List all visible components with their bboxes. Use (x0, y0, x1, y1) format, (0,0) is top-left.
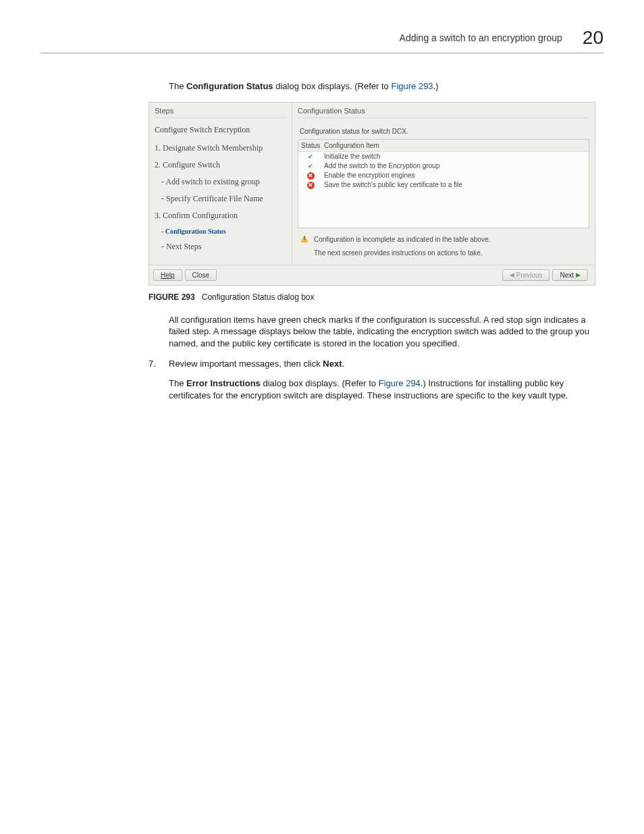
step-number: 7. (149, 359, 159, 369)
paragraph: All configuration items have green check… (169, 314, 603, 350)
chapter-number: 20 (583, 27, 603, 49)
next-button[interactable]: Next▶ (552, 269, 588, 281)
status-table: Status Configuration Item ✔ Initialize t… (298, 139, 589, 228)
warning-row: Configuration is incomplete as indicated… (298, 232, 589, 259)
steps-column-title: Steps (155, 107, 286, 118)
status-header-status: Status (301, 142, 320, 149)
step-current: - Configuration Status (161, 228, 286, 235)
warning-icon (300, 235, 308, 242)
step-sub-item: - Next Steps (161, 242, 286, 252)
step-item: 3. Confirm Configuration (155, 211, 286, 221)
status-header-item: Configuration Item (324, 142, 586, 149)
status-column-title: Configuration Status (298, 107, 589, 118)
page-header: Adding a switch to an encryption group 2… (41, 27, 603, 53)
warning-line1: Configuration is incomplete as indicated… (314, 235, 490, 244)
step-sub-item: - Add switch to existing group (161, 177, 286, 187)
previous-button: ◀Previous (502, 269, 550, 281)
warning-line2: The next screen provides instructions on… (314, 249, 490, 258)
table-row: ✕ Enable the encryption engines (298, 171, 589, 180)
config-status-dialog: Steps Configure Switch Encryption 1. Des… (149, 102, 595, 286)
paragraph: The Error Instructions dialog box displa… (169, 377, 603, 401)
table-row: ✕ Save the switch's public key certifica… (298, 180, 589, 190)
help-button[interactable]: Help (153, 269, 182, 281)
fail-icon: ✕ (307, 182, 315, 189)
intro-paragraph: The Configuration Status dialog box disp… (169, 80, 603, 93)
figure-link-293[interactable]: Figure 293 (391, 81, 433, 91)
config-item: Add the switch to the Encryption group (324, 162, 586, 170)
table-row: ✔ Initialize the switch (298, 152, 589, 161)
config-item: Enable the encryption engines (324, 172, 586, 179)
steps-heading: Configure Switch Encryption (155, 125, 286, 135)
chevron-left-icon: ◀ (510, 271, 514, 278)
fail-icon: ✕ (307, 172, 315, 180)
config-item: Save the switch's public key certificate… (324, 181, 586, 188)
check-icon: ✔ (307, 163, 315, 170)
close-button[interactable]: Close (185, 269, 217, 281)
figure-caption: FIGURE 293 Configuration Status dialog b… (149, 292, 603, 302)
step-item: 2. Configure Switch (155, 160, 286, 170)
header-title: Adding a switch to an encryption group (400, 32, 562, 43)
check-icon: ✔ (307, 153, 315, 161)
step-sub-item: - Specify Certificate File Name (161, 194, 286, 204)
table-row: ✔ Add the switch to the Encryption group (298, 161, 589, 171)
list-item: 7. Review important messages, then click… (149, 359, 603, 369)
status-subtitle: Configuration status for switch DCX. (300, 128, 589, 135)
chevron-right-icon: ▶ (576, 271, 581, 278)
config-item: Initialize the switch (324, 153, 586, 160)
step-item: 1. Designate Switch Membership (155, 143, 286, 153)
figure-link-294[interactable]: Figure 294 (379, 378, 421, 388)
